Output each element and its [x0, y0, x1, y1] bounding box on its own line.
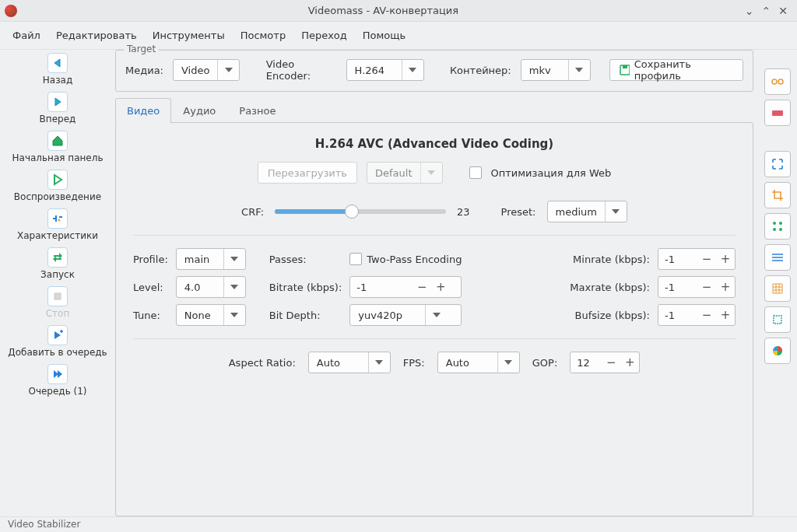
crf-slider[interactable] — [275, 209, 446, 214]
titlebar: Videomass - AV-конвертация ⌄ ⌃ ✕ — [0, 0, 797, 22]
stats-button[interactable]: Характеристики — [0, 205, 115, 244]
chevron-down-icon — [223, 277, 245, 297]
default-select[interactable]: Default — [367, 162, 443, 184]
twopass-label: Two-Pass Encoding — [367, 254, 462, 265]
minus-button[interactable]: − — [697, 252, 716, 266]
denoise-button[interactable] — [764, 275, 791, 302]
webopt-checkbox[interactable] — [469, 166, 482, 179]
stabilize-button[interactable] — [764, 306, 791, 333]
pie-icon — [771, 345, 784, 357]
chevron-down-icon — [605, 201, 627, 222]
twopass-checkbox[interactable] — [349, 253, 362, 265]
queue-button[interactable]: Очередь (1) — [0, 361, 115, 400]
app-icon — [5, 5, 17, 17]
passes-label: Passes: — [269, 254, 342, 265]
plus-button[interactable]: + — [620, 355, 639, 369]
media-select[interactable]: Video — [173, 59, 240, 81]
window-controls: ⌄ ⌃ ✕ — [745, 5, 797, 17]
plus-button[interactable]: + — [716, 280, 735, 294]
minrate-spinner[interactable]: -1−+ — [658, 248, 736, 270]
tune-label: Tune: — [133, 310, 168, 321]
menu-view[interactable]: Посмотр — [234, 26, 292, 44]
chevron-down-icon — [217, 60, 239, 80]
level-label: Level: — [133, 282, 168, 293]
menu-edit[interactable]: Редактировать — [50, 26, 143, 44]
deinterlace-button[interactable] — [764, 244, 791, 271]
tab-other[interactable]: Разное — [227, 98, 287, 123]
menu-file[interactable]: Файл — [6, 26, 47, 44]
play-button[interactable]: Воспроизведение — [0, 166, 115, 205]
eyes-icon — [771, 77, 785, 86]
menu-go[interactable]: Переход — [295, 26, 353, 44]
encoder-label: Video Encoder: — [266, 58, 337, 82]
run-button[interactable]: Запуск — [0, 244, 115, 283]
container-label: Контейнер: — [450, 65, 511, 76]
chevron-down-icon — [420, 163, 442, 183]
preset-select[interactable]: medium — [547, 201, 627, 222]
save-profile-button[interactable]: Сохранить профиль — [609, 59, 743, 81]
svg-point-7 — [773, 222, 776, 225]
level-select[interactable]: 4.0 — [176, 276, 246, 298]
queue-add-button[interactable]: Добавить в очередь — [0, 322, 115, 361]
play-icon — [47, 170, 68, 190]
gop-spinner[interactable]: 12−+ — [570, 352, 640, 373]
svg-rect-11 — [774, 316, 781, 324]
color-button[interactable] — [764, 338, 791, 364]
nav-forward-button[interactable]: Вперед — [0, 89, 115, 128]
container-select[interactable]: mkv — [521, 59, 591, 81]
minimize-button[interactable]: ⌄ — [745, 5, 754, 17]
bitrate-spinner[interactable]: -1−+ — [349, 276, 462, 298]
maxrate-label: Maxrate (kbps): — [570, 282, 650, 293]
webopt-label: Оптимизация для Web — [491, 167, 612, 179]
minrate-label: Minrate (kbps): — [570, 254, 650, 265]
profile-select[interactable]: main — [176, 248, 246, 270]
panel-title: H.264 AVC (Advanced Video Coding) — [133, 137, 736, 151]
bufsize-spinner[interactable]: -1−+ — [658, 304, 736, 326]
svg-rect-3 — [623, 65, 627, 68]
crop-button[interactable] — [764, 182, 791, 208]
resize-button[interactable] — [764, 151, 791, 177]
chevron-down-icon — [368, 352, 390, 373]
svg-point-10 — [779, 228, 782, 231]
maxrate-spinner[interactable]: -1−+ — [658, 276, 736, 298]
info-icon — [47, 208, 68, 229]
media-label: Медиа: — [125, 65, 163, 76]
minus-button[interactable]: − — [697, 308, 716, 322]
target-group: Target Медиа: Video Video Encoder: H.264… — [115, 50, 753, 92]
tab-video[interactable]: Видео — [115, 98, 171, 123]
menu-help[interactable]: Помощь — [356, 26, 412, 44]
clear-button[interactable] — [764, 100, 791, 126]
target-legend: Target — [124, 44, 159, 54]
rotate-button[interactable] — [764, 213, 791, 240]
left-toolbar: Назад Вперед Начальная панель Воспроизве… — [0, 45, 115, 516]
fps-label: FPS: — [403, 357, 425, 369]
plus-button[interactable]: + — [716, 252, 735, 266]
queue-icon — [47, 364, 68, 384]
bitdepth-select[interactable]: yuv420p — [349, 304, 462, 326]
plus-button[interactable]: + — [716, 308, 735, 322]
aspect-select[interactable]: Auto — [308, 352, 391, 373]
fps-select[interactable]: Auto — [437, 352, 520, 373]
tab-audio[interactable]: Аудио — [171, 98, 227, 123]
svg-point-5 — [778, 79, 783, 84]
minus-button[interactable]: − — [602, 355, 620, 369]
tune-select[interactable]: None — [176, 304, 246, 326]
crf-value: 23 — [457, 206, 470, 218]
nav-back-button[interactable]: Назад — [0, 50, 115, 89]
minus-button[interactable]: − — [697, 280, 716, 294]
reload-button: Перезагрузить — [258, 162, 357, 184]
bufsize-label: Bufsize (kbps): — [570, 310, 650, 321]
encoder-select[interactable]: H.264 — [346, 59, 424, 81]
close-button[interactable]: ✕ — [778, 5, 788, 17]
chevron-down-icon — [223, 249, 245, 269]
preview-button[interactable] — [764, 68, 791, 95]
svg-point-8 — [779, 222, 782, 225]
home-button[interactable]: Начальная панель — [0, 128, 115, 166]
plus-button[interactable]: + — [431, 280, 450, 294]
queue-add-icon — [47, 325, 68, 345]
menu-tools[interactable]: Инструменты — [146, 26, 231, 44]
statusbar: Video Stabilizer — [0, 516, 797, 532]
maximize-button[interactable]: ⌃ — [762, 5, 771, 17]
tabs: Видео Аудио Разное — [115, 98, 753, 123]
minus-button[interactable]: − — [413, 280, 431, 294]
